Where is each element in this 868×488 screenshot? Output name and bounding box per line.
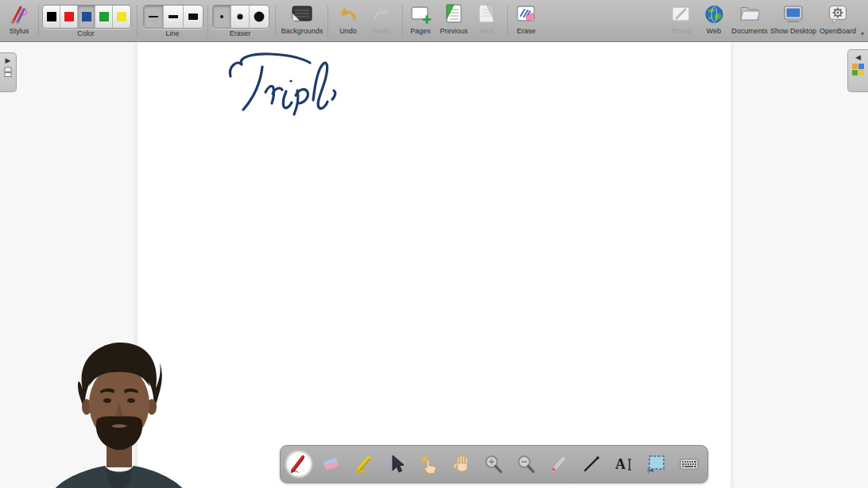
color-swatch-green[interactable] <box>95 6 113 28</box>
text-tool-button[interactable]: A <box>610 450 638 478</box>
eraser-small-option[interactable] <box>213 6 231 28</box>
yellow-swatch-icon <box>117 12 126 21</box>
redo-button: Redo <box>362 2 401 39</box>
canvas-area: ▶ ◀ <box>0 41 868 488</box>
undo-button[interactable]: Undo <box>329 2 367 39</box>
web-globe-icon <box>703 2 725 26</box>
green-swatch-icon <box>99 12 109 21</box>
eraser-tool-button[interactable] <box>317 450 346 478</box>
line-icon <box>581 454 602 474</box>
zoom-out-tool-button[interactable] <box>512 450 541 478</box>
next-page-icon <box>476 2 497 26</box>
interact-tool-button[interactable] <box>415 450 444 478</box>
keyboard-icon <box>678 453 700 475</box>
hand-tool-button[interactable] <box>448 450 476 478</box>
laser-pointer-tool-button[interactable] <box>544 450 573 478</box>
library-apps-icon <box>852 64 864 76</box>
backgrounds-button[interactable]: Backgrounds <box>280 2 324 39</box>
documents-button[interactable]: Documents <box>727 2 772 39</box>
scissors-icon: ✂ <box>647 466 654 475</box>
capture-tool-button[interactable]: ✂ <box>642 450 671 478</box>
board-button: Board <box>663 2 699 39</box>
show-desktop-label: Show Desktop <box>770 27 816 35</box>
toolbar-separator <box>38 6 39 36</box>
web-button[interactable]: Web <box>696 2 731 39</box>
line-thin-option[interactable] <box>144 6 164 28</box>
color-swatch-blue[interactable] <box>78 6 95 28</box>
erase-button[interactable]: Erase <box>509 2 544 39</box>
color-swatch-black[interactable] <box>43 6 60 28</box>
erase-page-icon <box>515 2 537 26</box>
top-toolbar: Stylus Color Line Eraser <box>0 0 868 42</box>
openboard-window: Stylus Color Line Eraser <box>0 0 868 488</box>
color-group-label: Color <box>42 29 130 37</box>
line-tool-button[interactable] <box>577 450 606 478</box>
color-swatch-red[interactable] <box>60 6 78 28</box>
stylus-button[interactable]: Stylus <box>2 2 37 39</box>
erase-label: Erase <box>517 27 536 35</box>
eraser-icon <box>320 453 343 475</box>
next-label: Next <box>479 27 494 35</box>
openboard-menu-button[interactable]: OpenBoard <box>816 2 860 39</box>
line-thick-option[interactable] <box>184 6 203 28</box>
line-medium-option[interactable] <box>164 6 184 28</box>
web-label: Web <box>707 27 721 35</box>
pen-tool-button[interactable] <box>285 450 313 478</box>
svg-text:A: A <box>615 456 626 472</box>
documents-folder-icon <box>738 2 761 26</box>
openboard-gear-icon <box>827 2 849 26</box>
hand-icon <box>451 453 473 475</box>
page-navigator-tab[interactable]: ▶ <box>0 52 17 92</box>
eraser-group-label: Eraser <box>212 29 268 37</box>
color-swatch-yellow[interactable] <box>113 6 130 28</box>
previous-label: Previous <box>440 27 467 35</box>
stylus-label: Stylus <box>10 27 29 35</box>
keyboard-tool-button[interactable] <box>675 450 703 478</box>
backgrounds-label: Backgrounds <box>281 27 324 35</box>
backgrounds-icon <box>291 2 313 26</box>
pages-button[interactable]: Pages <box>402 2 439 39</box>
black-swatch-icon <box>47 12 56 21</box>
add-page-icon <box>409 2 432 26</box>
line-group-label: Line <box>143 29 202 37</box>
webcam-presenter-overlay <box>24 334 215 488</box>
toolbar-separator <box>137 6 138 36</box>
color-group <box>42 5 131 29</box>
text-icon: A <box>613 453 635 475</box>
eraser-medium-option[interactable] <box>231 6 250 28</box>
expand-right-icon: ▶ <box>6 56 11 64</box>
pages-label: Pages <box>410 27 431 35</box>
toolbar-separator <box>327 6 328 36</box>
show-desktop-icon <box>782 2 804 26</box>
eraser-large-option[interactable] <box>250 6 269 28</box>
zoom-in-tool-button[interactable] <box>479 450 508 478</box>
redo-icon <box>371 2 392 26</box>
laser-pointer-icon <box>548 453 570 475</box>
selector-arrow-icon <box>386 454 407 474</box>
next-button: Next <box>469 2 504 39</box>
documents-label: Documents <box>731 27 768 35</box>
red-swatch-icon <box>64 12 74 21</box>
toolbar-separator <box>207 6 208 36</box>
openboard-menu-caret-icon[interactable]: ▾ <box>861 30 864 37</box>
zoom-in-icon <box>482 453 505 475</box>
openboard-label: OpenBoard <box>820 27 856 35</box>
handwritten-ink-Tripl <box>224 46 351 122</box>
undo-icon <box>338 2 358 26</box>
toolbar-separator <box>275 6 276 36</box>
interact-hand-icon <box>418 453 440 475</box>
highlighter-tool-button[interactable] <box>350 450 378 478</box>
undo-label: Undo <box>339 27 357 35</box>
capture-icon: ✂ <box>645 453 668 475</box>
blue-swatch-icon <box>82 12 91 21</box>
show-desktop-button[interactable]: Show Desktop <box>769 2 818 39</box>
expand-left-icon: ◀ <box>855 53 861 61</box>
selector-tool-button[interactable] <box>382 450 411 478</box>
previous-button[interactable]: Previous <box>436 2 472 39</box>
pages-panel-icon <box>3 67 13 78</box>
toolbar-separator <box>507 6 508 36</box>
board-icon <box>670 2 692 26</box>
library-tab[interactable]: ◀ <box>847 49 868 92</box>
pen-icon <box>288 453 310 475</box>
previous-page-icon <box>444 2 464 26</box>
